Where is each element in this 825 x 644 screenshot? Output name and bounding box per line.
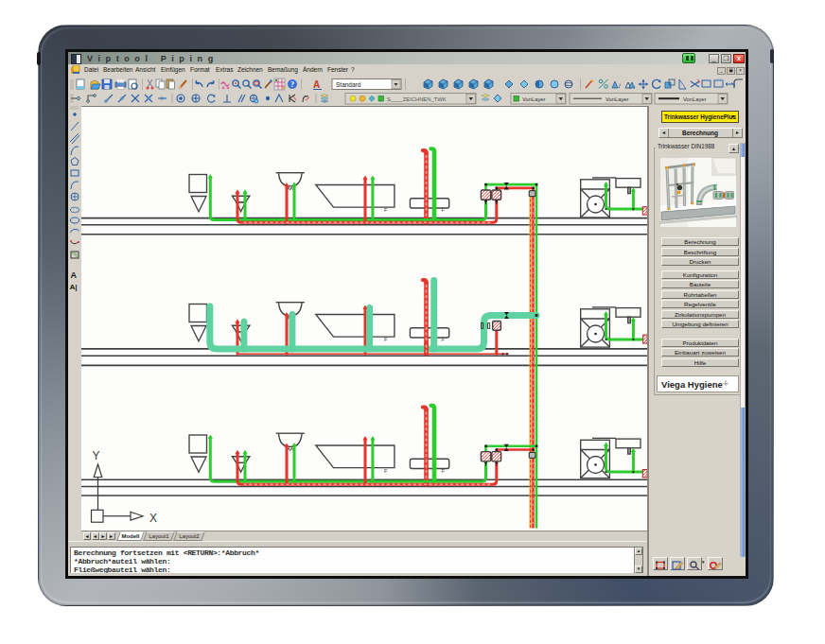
svg-text:A|: A| <box>70 283 78 291</box>
svg-text:S____ZEICHNEN_TWK: S____ZEICHNEN_TWK <box>387 96 447 102</box>
svg-text:X: X <box>149 511 157 524</box>
svg-text:A: A <box>313 79 320 90</box>
svg-text:Standard: Standard <box>336 80 361 87</box>
svg-text:VonLayer: VonLayer <box>683 96 707 102</box>
svg-text:?: ? <box>290 80 294 89</box>
svg-text:A: A <box>71 270 78 280</box>
svg-text:Y: Y <box>93 448 100 461</box>
svg-text:VonLayer: VonLayer <box>522 96 546 102</box>
svg-text:VonLayer: VonLayer <box>606 96 629 102</box>
